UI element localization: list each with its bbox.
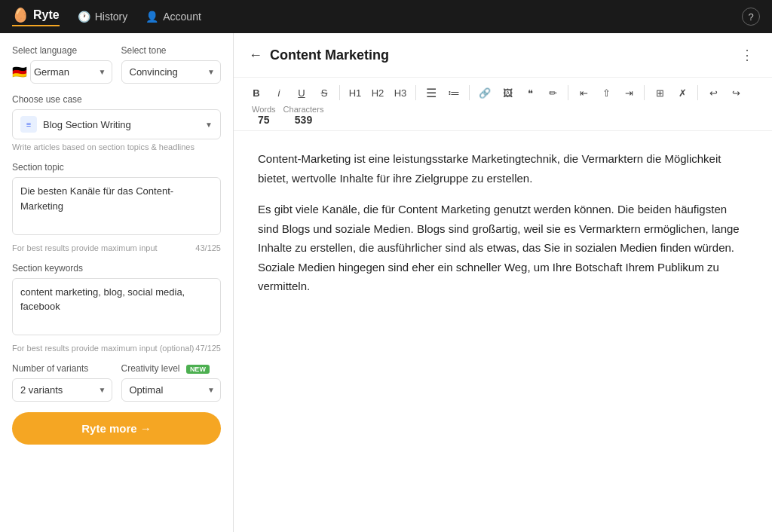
editor-paragraph-1: Content-Marketing ist eine leistungsstar… [258, 149, 748, 188]
use-case-value: Blog Section Writing [43, 119, 205, 130]
language-group: Select language 🇩🇪 German English French… [12, 45, 112, 84]
align-left-button[interactable]: ⇤ [573, 82, 594, 103]
use-case-hint: Write articles based on section topics &… [12, 142, 221, 151]
logo-icon: 🥚 [12, 7, 29, 23]
characters-display: Characters 539 [283, 105, 324, 126]
words-label: Words [252, 105, 276, 114]
align-center-button[interactable]: ⇧ [596, 82, 617, 103]
creativity-group: Creativity level new Low Optimal High ▼ [121, 363, 222, 402]
underline-button[interactable]: U [291, 82, 312, 103]
section-topic-chars: 43/125 [195, 243, 221, 252]
tone-group: Select tone Convincing Formal Casual ▼ [121, 45, 222, 84]
h3-button[interactable]: H3 [390, 82, 411, 103]
section-topic-hint-row: For best results provide maximum input 4… [12, 240, 221, 252]
toolbar-separator-6 [697, 85, 698, 100]
account-label: Account [163, 11, 201, 23]
italic-button[interactable]: i [268, 82, 290, 103]
tone-select-wrapper: Convincing Formal Casual ▼ [121, 60, 222, 84]
align-right-button[interactable]: ⇥ [618, 82, 639, 103]
table-button[interactable]: ⊞ [649, 82, 670, 103]
section-topic-label: Section topic [12, 162, 221, 173]
bold-button[interactable]: B [246, 82, 267, 103]
clear-format-button[interactable]: ✗ [672, 82, 693, 103]
editor-header: ← Content Marketing ⋮ [234, 33, 772, 78]
topnav: 🥚 Ryte 🕐 History 👤 Account ? [0, 0, 772, 33]
variants-group: Number of variants 1 variant 2 variants … [12, 363, 112, 402]
h1-button[interactable]: H1 [345, 82, 366, 103]
account-icon: 👤 [146, 11, 158, 23]
section-keywords-hint: For best results provide maximum input (… [12, 344, 194, 353]
editor-toolbar: B i U S H1 H2 H3 ☰ ≔ 🔗 🖼 ❝ ✏ ⇤ ⇧ ⇥ ⊞ ✗ ↩… [234, 78, 772, 131]
tone-label: Select tone [121, 45, 222, 56]
section-topic-input[interactable]: Die besten Kanäle für das Content-Market… [12, 177, 221, 235]
language-flag: 🇩🇪 [12, 65, 27, 79]
section-keywords-chars: 47/125 [195, 344, 221, 353]
use-case-label: Choose use case [12, 94, 221, 105]
creativity-label: Creativity level new [121, 363, 222, 374]
strikethrough-button[interactable]: S [314, 82, 335, 103]
characters-value: 539 [295, 114, 312, 126]
unordered-list-button[interactable]: ☰ [421, 82, 442, 103]
more-options-button[interactable]: ⋮ [737, 44, 757, 66]
help-button[interactable]: ? [742, 8, 760, 26]
editor-body[interactable]: Content-Marketing ist eine leistungsstar… [234, 131, 772, 532]
highlight-button[interactable]: ✏ [542, 82, 563, 103]
variants-select[interactable]: 1 variant 2 variants 3 variants [12, 378, 112, 402]
h2-button[interactable]: H2 [367, 82, 388, 103]
variants-select-wrapper: 1 variant 2 variants 3 variants ▼ [12, 378, 112, 402]
creativity-select-wrapper: Low Optimal High ▼ [121, 378, 222, 402]
quote-button[interactable]: ❝ [519, 82, 541, 103]
use-case-select[interactable]: ≡ Blog Section Writing ▼ [12, 109, 221, 139]
language-label: Select language [12, 45, 112, 56]
redo-button[interactable]: ↪ [725, 82, 746, 103]
toolbar-separator-3 [469, 85, 470, 100]
section-topic-hint: For best results provide maximum input [12, 243, 158, 252]
word-count-display: Words 75 Characters 539 [252, 105, 323, 126]
ryte-more-button[interactable]: Ryte more → [12, 412, 221, 445]
history-label: History [95, 11, 128, 23]
variants-creativity-row: Number of variants 1 variant 2 variants … [12, 363, 221, 402]
sidebar: Select language 🇩🇪 German English French… [0, 33, 234, 532]
logo-text: Ryte [33, 8, 60, 22]
history-nav-item[interactable]: 🕐 History [78, 11, 128, 23]
toolbar-separator-1 [339, 85, 340, 100]
image-button[interactable]: 🖼 [497, 82, 518, 103]
ordered-list-button[interactable]: ≔ [443, 82, 464, 103]
creativity-new-badge: new [186, 365, 210, 374]
document-title: Content Marketing [270, 47, 737, 63]
back-button[interactable]: ← [249, 47, 262, 63]
undo-button[interactable]: ↩ [703, 82, 724, 103]
creativity-select[interactable]: Low Optimal High [121, 378, 222, 402]
logo[interactable]: 🥚 Ryte [12, 7, 60, 26]
history-icon: 🕐 [78, 11, 90, 23]
section-keywords-hint-row: For best results provide maximum input (… [12, 341, 221, 353]
editor-paragraph-2: Es gibt viele Kanäle, die für Content Ma… [258, 200, 748, 296]
language-tone-row: Select language 🇩🇪 German English French… [12, 45, 221, 84]
words-display: Words 75 [252, 105, 276, 126]
toolbar-separator-2 [415, 85, 416, 100]
section-keywords-label: Section keywords [12, 263, 221, 274]
use-case-group: Choose use case ≡ Blog Section Writing ▼… [12, 94, 221, 151]
editor-panel: ← Content Marketing ⋮ B i U S H1 H2 H3 ☰… [234, 33, 772, 532]
language-select[interactable]: German English French [30, 60, 112, 84]
section-keywords-group: Section keywords content marketing, blog… [12, 263, 221, 353]
tone-select[interactable]: Convincing Formal Casual [121, 60, 222, 84]
toolbar-separator-4 [568, 85, 568, 100]
section-keywords-input[interactable]: content marketing, blog, social media, f… [12, 278, 221, 336]
language-select-wrapper: 🇩🇪 German English French ▼ [12, 60, 112, 84]
variants-label: Number of variants [12, 363, 112, 374]
link-button[interactable]: 🔗 [474, 82, 495, 103]
account-nav-item[interactable]: 👤 Account [146, 11, 201, 23]
use-case-icon: ≡ [20, 116, 37, 133]
words-value: 75 [258, 114, 270, 126]
use-case-chevron-icon: ▼ [205, 121, 213, 129]
characters-label: Characters [283, 105, 324, 114]
section-topic-group: Section topic Die besten Kanäle für das … [12, 162, 221, 252]
main-layout: Select language 🇩🇪 German English French… [0, 33, 772, 532]
toolbar-separator-5 [644, 85, 645, 100]
